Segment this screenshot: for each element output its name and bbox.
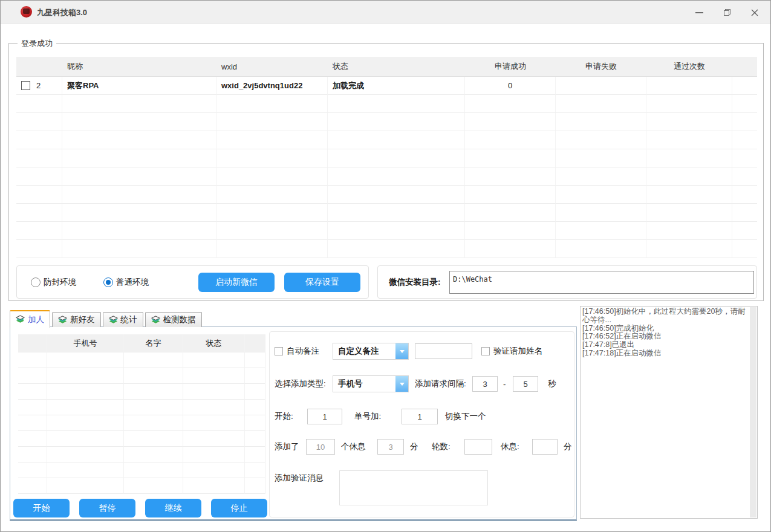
tab-add-people[interactable]: 加人 xyxy=(10,310,50,328)
empty-cell xyxy=(183,431,245,447)
close-button[interactable] xyxy=(744,5,765,20)
empty-cell xyxy=(16,222,62,240)
empty-cell xyxy=(183,462,245,478)
interval-dash: - xyxy=(503,380,506,389)
account-cell-filler xyxy=(732,77,757,95)
account-checkbox[interactable] xyxy=(21,81,30,90)
start-button[interactable]: 开始 xyxy=(13,499,70,517)
chevron-down-icon xyxy=(395,343,408,359)
account-row[interactable]: 2聚客RPAwxid_2vj5dvtnq1ud22加载完成0 xyxy=(16,77,757,95)
auto-remark-checkbox[interactable] xyxy=(275,347,283,355)
add-type-select[interactable]: 手机号 xyxy=(333,375,409,392)
log-panel-text: [17:46:50]初始化中，此过程大约需要20秒，请耐心等待...[17:46… xyxy=(582,308,749,517)
empty-cell xyxy=(328,113,465,131)
pause-button[interactable]: 暂停 xyxy=(79,499,135,517)
accounts-empty-row xyxy=(16,240,757,258)
empty-cell xyxy=(18,431,47,447)
add-type-label: 选择添加类型: xyxy=(275,378,326,389)
empty-cell xyxy=(465,186,556,204)
resume-button[interactable]: 继续 xyxy=(145,499,201,517)
empty-cell xyxy=(47,478,124,494)
empty-cell xyxy=(18,478,47,494)
radio-normal-env[interactable] xyxy=(103,277,113,287)
accounts-empty-row xyxy=(16,222,757,240)
empty-cell xyxy=(245,431,265,447)
account-cell-wxid: wxid_2vj5dvtnq1ud22 xyxy=(216,77,328,95)
empty-cell xyxy=(183,478,245,494)
interval-max-input[interactable] xyxy=(513,376,538,392)
empty-cell xyxy=(328,167,465,186)
rest-minutes-input[interactable] xyxy=(377,439,404,455)
rounds-input[interactable] xyxy=(464,439,492,455)
log-line: [17:47:8]已退出 xyxy=(582,341,749,349)
empty-cell xyxy=(124,368,183,384)
layers-icon xyxy=(58,316,67,325)
start-index-input[interactable] xyxy=(307,409,342,424)
remark-type-select[interactable]: 自定义备注 xyxy=(333,343,409,360)
start-index-label: 开始: xyxy=(275,411,293,422)
empty-cell xyxy=(646,149,732,167)
install-dir-panel: 微信安装目录: xyxy=(377,265,757,299)
empty-cell xyxy=(732,131,757,149)
remark-custom-input[interactable] xyxy=(415,343,472,359)
radio-anti-block-env[interactable] xyxy=(31,277,41,287)
phone-header-cell: 状态 xyxy=(183,334,245,352)
empty-cell xyxy=(465,204,556,222)
layers-icon xyxy=(151,316,160,325)
rounds-label: 轮数: xyxy=(432,441,451,452)
empty-cell xyxy=(216,186,328,204)
titlebar: 九星科技箱3.0 xyxy=(1,1,770,24)
log-scrollbar[interactable] xyxy=(750,307,756,517)
tab-new-friends[interactable]: 新好友 xyxy=(52,312,101,327)
empty-cell xyxy=(124,447,183,462)
accounts-header-cell xyxy=(16,57,62,77)
tab-statistics[interactable]: 统计 xyxy=(103,312,143,327)
radio-anti-block-env-label: 防封环境 xyxy=(44,277,76,288)
log-panel[interactable]: [17:46:50]初始化中，此过程大约需要20秒，请耐心等待...[17:46… xyxy=(580,306,758,519)
empty-cell xyxy=(18,462,47,478)
tab-check-data[interactable]: 检测数据 xyxy=(145,312,202,327)
phone-header-cell-filler xyxy=(245,334,265,352)
per-account-input[interactable] xyxy=(402,409,438,424)
phone-empty-row xyxy=(18,384,265,400)
install-dir-label: 微信安装目录: xyxy=(389,277,441,288)
verify-with-name-label: 验证语加姓名 xyxy=(493,346,542,357)
switch-next-label: 切换下一个 xyxy=(445,411,486,422)
empty-cell xyxy=(62,113,216,131)
tab-page-add-people: 手机号名字状态 开始暂停继续停止 自动备注 自定义备注 验证语加姓名 选择添加类… xyxy=(10,326,577,521)
empty-cell xyxy=(18,415,47,431)
empty-cell xyxy=(328,131,465,149)
empty-cell xyxy=(732,95,757,113)
empty-cell xyxy=(556,95,646,113)
verify-with-name-checkbox[interactable] xyxy=(481,347,490,355)
minimize-button[interactable] xyxy=(689,5,709,20)
form-row-add-type: 选择添加类型: 手机号 添加请求间隔: - 秒 xyxy=(270,375,574,392)
empty-cell xyxy=(47,352,124,368)
round-rest-input[interactable] xyxy=(532,439,558,455)
stop-button[interactable]: 停止 xyxy=(211,499,267,517)
start-new-wechat-button[interactable]: 启动新微信 xyxy=(198,273,275,292)
save-settings-button[interactable]: 保存设置 xyxy=(284,273,360,292)
interval-min-input[interactable] xyxy=(472,376,498,392)
restore-button[interactable] xyxy=(717,5,737,20)
tab-strip: 加人新好友统计检测数据 xyxy=(10,310,202,327)
empty-cell xyxy=(18,368,47,384)
empty-cell xyxy=(124,352,183,368)
added-count-input[interactable] xyxy=(306,439,335,455)
account-cell-pass-count xyxy=(646,77,732,95)
phone-empty-row xyxy=(18,368,265,384)
verify-message-textarea[interactable] xyxy=(339,470,488,505)
account-row-number: 2 xyxy=(36,81,41,90)
empty-cell xyxy=(245,478,265,494)
account-cell-apply-fail xyxy=(556,77,646,95)
install-dir-input[interactable] xyxy=(449,271,754,294)
empty-cell xyxy=(47,447,124,462)
empty-cell xyxy=(245,368,265,384)
empty-cell xyxy=(16,204,62,222)
added-count-label: 添加了 xyxy=(275,441,299,452)
empty-cell xyxy=(216,113,328,131)
login-groupbox-legend: 登录成功 xyxy=(18,38,56,49)
empty-cell xyxy=(245,415,265,431)
empty-cell xyxy=(47,400,124,415)
empty-cell xyxy=(646,186,732,204)
